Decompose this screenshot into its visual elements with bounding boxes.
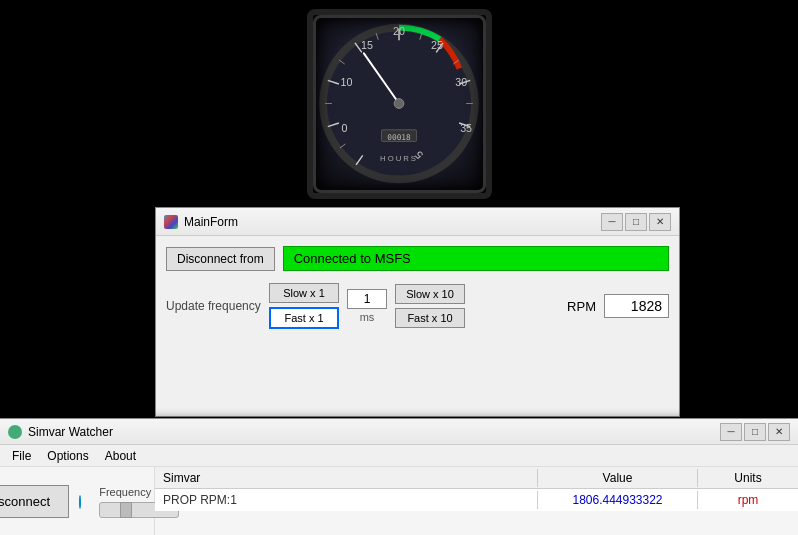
slow-x1-button[interactable]: Slow x 1: [269, 283, 339, 303]
interval-unit: ms: [360, 311, 375, 323]
simvar-controls: ─ □ ✕: [720, 423, 790, 441]
rpm-label: RPM: [567, 299, 596, 314]
menu-file[interactable]: File: [4, 447, 39, 465]
menu-options[interactable]: Options: [39, 447, 96, 465]
connection-indicator: [79, 495, 81, 509]
interval-input[interactable]: [347, 289, 387, 309]
simvar-maximize-button[interactable]: □: [744, 423, 766, 441]
simvar-close-button[interactable]: ✕: [768, 423, 790, 441]
disconnect-panel: Disconnect Frequency: [0, 467, 155, 535]
simvar-window: Simvar Watcher ─ □ ✕ File Options About …: [0, 418, 798, 535]
table-row: PROP RPM:1 1806.444933322 rpm: [155, 489, 798, 511]
cell-simvar-0: PROP RPM:1: [155, 491, 538, 509]
freq-buttons-left: Slow x 1 Fast x 1: [269, 283, 339, 329]
simvar-minimize-button[interactable]: ─: [720, 423, 742, 441]
header-simvar: Simvar: [155, 469, 538, 487]
simvar-body: Disconnect Frequency Simvar Value Units …: [0, 467, 798, 535]
freq-slider-label: Frequency: [99, 486, 151, 498]
mainform-content: Disconnect from Connected to MSFS Update…: [156, 236, 679, 339]
cell-value-0: 1806.444933322: [538, 491, 698, 509]
gauge-image: 5 20 15 10 25 30 35 0 00018 HOURS: [307, 9, 492, 199]
minimize-button[interactable]: ─: [601, 213, 623, 231]
menu-about[interactable]: About: [97, 447, 144, 465]
simvar-title: Simvar Watcher: [28, 425, 714, 439]
titlebar-controls: ─ □ ✕: [601, 213, 671, 231]
mainform-titlebar: MainForm ─ □ ✕: [156, 208, 679, 236]
close-button[interactable]: ✕: [649, 213, 671, 231]
connection-status: Connected to MSFS: [283, 246, 669, 271]
mainform-icon: [164, 215, 178, 229]
simvar-menubar: File Options About: [0, 445, 798, 467]
header-value: Value: [538, 469, 698, 487]
simvar-titlebar: Simvar Watcher ─ □ ✕: [0, 419, 798, 445]
gauge-area: 5 20 15 10 25 30 35 0 00018 HOURS: [0, 0, 798, 207]
mainform-window: MainForm ─ □ ✕ Disconnect from Connected…: [155, 207, 680, 417]
mainform-title: MainForm: [184, 215, 595, 229]
slow-x10-button[interactable]: Slow x 10: [395, 284, 465, 304]
interval-group: ms: [347, 289, 387, 323]
frequency-label: Update frequency: [166, 299, 261, 313]
frequency-row: Update frequency Slow x 1 Fast x 1 ms Sl…: [166, 283, 669, 329]
cell-units-0: rpm: [698, 491, 798, 509]
data-panel: Simvar Value Units PROP RPM:1 1806.44493…: [155, 467, 798, 535]
disconnect-button[interactable]: Disconnect: [0, 485, 69, 518]
gauge-bezel: [313, 15, 486, 193]
rpm-area: RPM: [567, 294, 669, 318]
fast-x10-button[interactable]: Fast x 10: [395, 308, 465, 328]
disconnect-from-button[interactable]: Disconnect from: [166, 247, 275, 271]
maximize-button[interactable]: □: [625, 213, 647, 231]
table-header: Simvar Value Units: [155, 467, 798, 489]
fast-x1-button[interactable]: Fast x 1: [269, 307, 339, 329]
freq-buttons-right: Slow x 10 Fast x 10: [395, 284, 465, 328]
rpm-value: [604, 294, 669, 318]
connect-row: Disconnect from Connected to MSFS: [166, 246, 669, 271]
simvar-icon: [8, 425, 22, 439]
header-units: Units: [698, 469, 798, 487]
